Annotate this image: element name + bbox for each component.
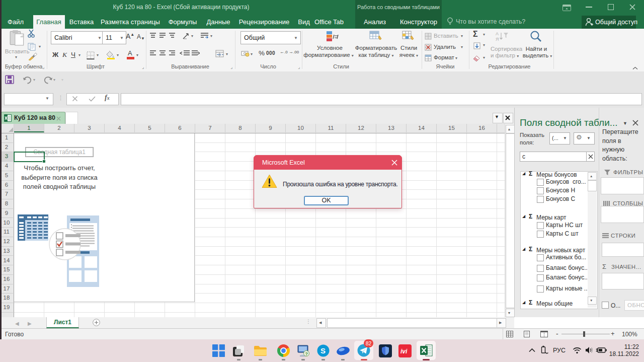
svg-text:?: ? bbox=[305, 351, 308, 356]
svg-text:Я: Я bbox=[496, 37, 499, 42]
svg-text:S: S bbox=[320, 346, 326, 355]
svg-text:ivi: ivi bbox=[400, 348, 408, 355]
svg-text:А: А bbox=[496, 31, 499, 36]
